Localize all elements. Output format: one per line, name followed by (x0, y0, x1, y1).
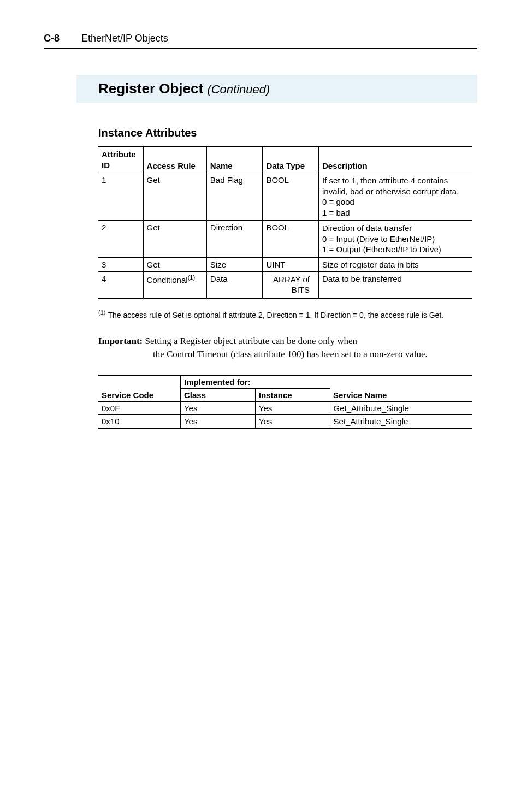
header-title: EtherNet/IP Objects (81, 33, 168, 44)
cell-access-rule: Get (143, 173, 206, 221)
col-name: Name (206, 146, 263, 173)
col-class: Class (180, 389, 255, 402)
footnote-marker: (1) (98, 309, 108, 316)
cell-description: If set to 1, then attribute 4 contains i… (319, 173, 472, 221)
cell-data-type: BOOL (263, 173, 319, 221)
cell-service-name: Set_Attribute_Single (330, 415, 472, 429)
important-label: Important: (98, 336, 143, 346)
col-data-type: Data Type (263, 146, 319, 173)
page-header: C-8 EtherNet/IP Objects (44, 33, 477, 49)
services-table: Implemented for: Service Code Class Inst… (98, 375, 472, 429)
cell-name: Data (206, 271, 263, 298)
col-access-rule: Access Rule (143, 146, 206, 173)
instance-attributes-heading: Instance Attributes (98, 127, 472, 139)
table-row: 0x10 Yes Yes Set_Attribute_Single (98, 415, 472, 429)
page-number: C-8 (44, 33, 60, 44)
cell-attr-id: 3 (98, 257, 143, 271)
col-attr-id: Attribute ID (98, 146, 143, 173)
cell-description: Direction of data transfer 0 = Input (Dr… (319, 221, 472, 258)
col-service-code: Service Code (98, 389, 180, 402)
cell-description: Data to be transferred (319, 271, 472, 298)
footnote-text: The access rule of Set is optional if at… (108, 310, 443, 319)
cell-service-code: 0x0E (98, 402, 180, 415)
footnote-ref: (1) (188, 274, 195, 281)
cell-service-code: 0x10 (98, 415, 180, 429)
implemented-for-header: Implemented for: (180, 375, 330, 389)
cell-class: Yes (180, 402, 255, 415)
cell-access-rule: Conditional(1) (143, 271, 206, 298)
important-note: Important: Setting a Register object att… (98, 335, 472, 361)
col-instance: Instance (255, 389, 330, 402)
cell-service-name: Get_Attribute_Single (330, 402, 472, 415)
table-row: 1 Get Bad Flag BOOL If set to 1, then at… (98, 173, 472, 221)
table-row: 0x0E Yes Yes Get_Attribute_Single (98, 402, 472, 415)
cell-attr-id: 1 (98, 173, 143, 221)
section-banner: Register Object (Continued) (76, 75, 477, 103)
cell-name: Bad Flag (206, 173, 263, 221)
cell-data-type: UINT (263, 257, 319, 271)
cell-data-type: BOOL (263, 221, 319, 258)
col-service-name: Service Name (330, 389, 472, 402)
footnote: (1)The access rule of Set is optional if… (98, 309, 472, 321)
cell-access-rule: Get (143, 221, 206, 258)
cell-description: Size of register data in bits (319, 257, 472, 271)
table-row: 4 Conditional(1) Data ARRAY of BITS Data… (98, 271, 472, 298)
table-row: 2 Get Direction BOOL Direction of data t… (98, 221, 472, 258)
cell-instance: Yes (255, 402, 330, 415)
cell-instance: Yes (255, 415, 330, 429)
cell-name: Size (206, 257, 263, 271)
cell-attr-id: 2 (98, 221, 143, 258)
col-description: Description (319, 146, 472, 173)
important-text-rest: the Control Timeout (class attribute 100… (153, 348, 472, 361)
instance-attributes-table: Attribute ID Access Rule Name Data Type … (98, 146, 472, 299)
section-title: Register Object (98, 80, 203, 97)
important-text-first: Setting a Register object attribute can … (145, 336, 357, 346)
cell-name: Direction (206, 221, 263, 258)
cell-attr-id: 4 (98, 271, 143, 298)
cell-data-type: ARRAY of BITS (263, 271, 319, 298)
section-continued: (Continued) (207, 82, 270, 96)
cell-class: Yes (180, 415, 255, 429)
cell-access-rule: Get (143, 257, 206, 271)
table-row: 3 Get Size UINT Size of register data in… (98, 257, 472, 271)
